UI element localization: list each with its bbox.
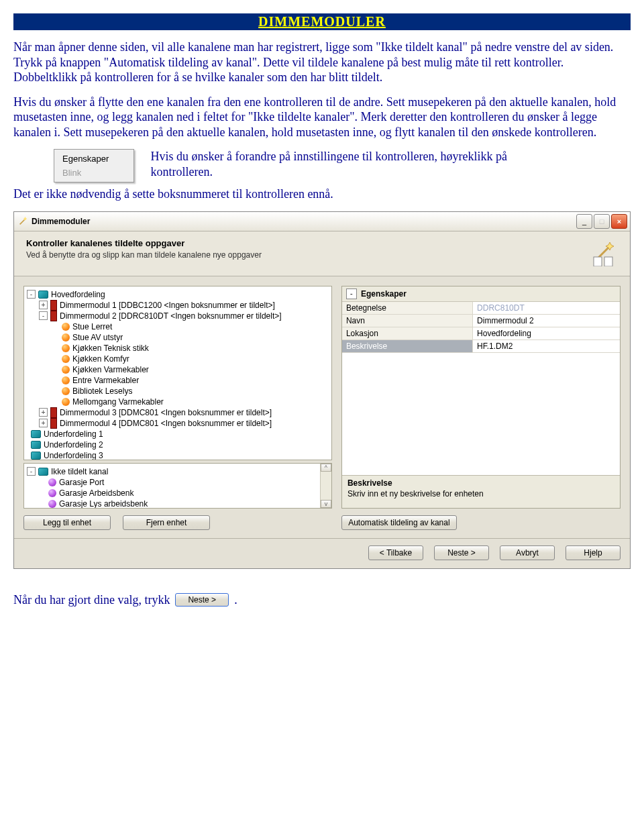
tree-dm4[interactable]: +Dimmermodul 4 [DDMC801 <Ingen boksnumme…	[27, 418, 330, 429]
context-menu: Egenskaper Blink	[54, 149, 134, 182]
tree-dm3-label: Dimmermodul 3 [DDMC801 <Ingen boksnummer…	[60, 407, 272, 418]
prop-value[interactable]: HF.1.DM2	[473, 340, 620, 352]
tree-item-label: Garasje Lys arbeidsbenk	[59, 499, 148, 509]
tree-item-label: Entre Varmekabler	[72, 375, 139, 386]
collapse-icon[interactable]: -	[346, 289, 357, 299]
context-menu-item-properties[interactable]: Egenskaper	[62, 154, 123, 164]
tree-uf1[interactable]: Underfordeling 1	[27, 429, 330, 439]
tree-uf3-label: Underfordeling 3	[44, 450, 103, 460]
section-title: DIMMEMODULER	[258, 14, 386, 29]
property-header[interactable]: - Egenskaper	[342, 286, 620, 302]
tree-dm2-child[interactable]: Kjøkken Varmekabler	[27, 364, 330, 375]
closing-text: Når du har gjort dine valg, trykk	[13, 593, 170, 607]
property-description-title: Beskrivelse	[347, 478, 614, 488]
tree-uf1-label: Underfordeling 1	[44, 429, 103, 439]
untildelt-tree[interactable]: -Ikke tildelt kanal Garasje Port Garasje…	[23, 463, 332, 509]
minimize-button[interactable]: _	[576, 214, 592, 229]
context-menu-item-blink[interactable]: Blink	[62, 168, 123, 178]
tree-ikke-child[interactable]: Garasje Lys arbeidsbenk	[27, 499, 330, 509]
dialog-header-title: Kontroller kanalenes tildelte oppgaver	[26, 238, 584, 248]
scroll-down-icon[interactable]: v	[321, 500, 331, 508]
tree-item-label: Kjøkken Varmekabler	[72, 364, 149, 375]
svg-rect-4	[604, 257, 612, 266]
scroll-up-icon[interactable]: ^	[321, 464, 331, 472]
tree-dm2-child[interactable]: Kjøkken Komfyr	[27, 354, 330, 364]
prop-value[interactable]: Dimmermodul 2	[473, 315, 620, 327]
back-button[interactable]: < Tilbake	[368, 545, 423, 560]
paragraph-rightclick: Hvis du ønsker å forandre på innstilling…	[151, 149, 527, 179]
prop-key: Lokasjon	[342, 327, 473, 339]
tree-uf3[interactable]: Underfordeling 3	[27, 450, 330, 460]
tree-item-label: Kjøkken Teknisk stikk	[72, 343, 149, 354]
scrollbar[interactable]: ^ v	[320, 464, 331, 508]
prop-key: Betegnelse	[342, 302, 473, 314]
tree-dm2[interactable]: -Dimmermodul 2 [DDRC810DT <Ingen boksnum…	[27, 311, 330, 321]
auto-assign-button[interactable]: Automatisk tildeling av kanal	[341, 515, 457, 530]
tree-dm2-child[interactable]: Kjøkken Teknisk stikk	[27, 343, 330, 354]
add-unit-button[interactable]: Legg til enhet	[23, 515, 111, 530]
prop-key: Beskrivelse	[342, 340, 473, 352]
help-button[interactable]: Hjelp	[566, 545, 621, 560]
next-button[interactable]: Neste >	[434, 545, 489, 560]
maximize-button[interactable]: □	[594, 214, 610, 229]
prop-row-navn[interactable]: Navn Dimmermodul 2	[342, 315, 620, 327]
property-header-label: Egenskaper	[361, 289, 407, 299]
tree-uf2[interactable]: Underfordeling 2	[27, 439, 330, 450]
tree-dm3[interactable]: +Dimmermodul 3 [DDMC801 <Ingen boksnumme…	[27, 407, 330, 418]
prop-value[interactable]: Hovedfordeling	[473, 327, 620, 339]
tree-uf2-label: Underfordeling 2	[44, 439, 103, 450]
dialog-title: Dimmemoduler	[32, 217, 576, 226]
tree-item-label: Stue Lerret	[72, 321, 112, 332]
dialog-footer: < Tilbake Neste > Avbryt Hjelp	[14, 538, 630, 568]
property-panel: - Egenskaper Betegnelse DDRC810DT Navn D…	[341, 286, 621, 509]
inline-next-button[interactable]: Neste >	[175, 593, 229, 607]
tree-dm2-child[interactable]: Mellomgang Varmekabler	[27, 397, 330, 407]
wizard-icon	[18, 217, 28, 226]
main-tree[interactable]: -Hovedfordeling +Dimmermodul 1 [DDBC1200…	[23, 286, 332, 460]
dialog-header-subtitle: Ved å benytte dra og slipp kan man tilde…	[26, 250, 584, 260]
closing-line: Når du har gjort dine valg, trykk Neste …	[13, 593, 631, 607]
paragraph-1: Når man åpner denne siden, vil alle kana…	[13, 40, 631, 85]
property-description-text: Skriv inn et ny beskrivelse for enheten	[347, 489, 614, 499]
tree-dm1-label: Dimmermodul 1 [DDBC1200 <Ingen boksnumme…	[60, 300, 275, 311]
tree-root-label: Hovedfordeling	[51, 289, 105, 300]
remove-unit-button[interactable]: Fjern enhet	[123, 515, 210, 530]
tree-dm4-label: Dimmermodul 4 [DDMC801 <Ingen boksnummer…	[60, 418, 272, 429]
paragraph-2: Hvis du ønsker å flytte den ene kanalen …	[13, 95, 631, 140]
tree-dm2-child[interactable]: Entre Varmekabler	[27, 375, 330, 386]
paragraph-1-line1: Når man åpner denne siden, vil alle kana…	[13, 40, 613, 54]
tree-dm2-child[interactable]: Stue Lerret	[27, 321, 330, 332]
tree-root[interactable]: -Hovedfordeling	[27, 289, 330, 300]
tree-item-label: Kjøkken Komfyr	[72, 354, 129, 364]
svg-rect-3	[594, 257, 602, 266]
paragraph-3: Det er ikke nødvendig å sette boksnummer…	[13, 187, 631, 202]
prop-value: DDRC810DT	[473, 302, 620, 314]
tree-item-label: Garasje Arbeidsbenk	[59, 488, 133, 499]
dialog-titlebar: Dimmemoduler _ □ ×	[14, 212, 630, 231]
tree-dm2-child[interactable]: Stue AV utstyr	[27, 332, 330, 343]
paragraph-1-line2: Trykk på knappen "Automatisk tildeling a…	[13, 56, 564, 69]
tree-ikke-child[interactable]: Garasje Arbeidsbenk	[27, 488, 330, 499]
property-description: Beskrivelse Skriv inn et ny beskrivelse …	[342, 475, 620, 508]
tree-item-label: Garasje Port	[59, 477, 104, 488]
prop-row-betegnelse[interactable]: Betegnelse DDRC810DT	[342, 302, 620, 315]
tree-ikke-child[interactable]: Garasje Port	[27, 477, 330, 488]
close-button[interactable]: ×	[611, 214, 627, 229]
tree-ikke-root[interactable]: -Ikke tildelt kanal	[27, 466, 330, 477]
dialog-header: Kontroller kanalenes tildelte oppgaver V…	[14, 231, 630, 276]
tree-item-label: Stue AV utstyr	[72, 332, 123, 343]
tree-dm2-label: Dimmermodul 2 [DDRC810DT <Ingen boksnumm…	[60, 311, 282, 321]
prop-key: Navn	[342, 315, 473, 327]
tree-dm2-child[interactable]: Bibliotek Leselys	[27, 386, 330, 397]
paragraph-1-line3: Dobbeltklikk på kontrolleren for å se hv…	[13, 70, 382, 84]
header-decor-icon	[584, 238, 618, 266]
tree-item-label: Mellomgang Varmekabler	[72, 397, 164, 407]
tree-dm1[interactable]: +Dimmermodul 1 [DDBC1200 <Ingen boksnumm…	[27, 300, 330, 311]
section-title-bar: DIMMEMODULER	[13, 13, 631, 30]
dialog-window: Dimmemoduler _ □ × Kontroller kanalenes …	[13, 211, 631, 569]
tree-ikke-root-label: Ikke tildelt kanal	[51, 466, 108, 477]
cancel-button[interactable]: Avbryt	[500, 545, 555, 560]
prop-row-beskrivelse[interactable]: Beskrivelse HF.1.DM2	[342, 340, 620, 353]
tree-item-label: Bibliotek Leselys	[72, 386, 132, 397]
prop-row-lokasjon[interactable]: Lokasjon Hovedfordeling	[342, 327, 620, 340]
